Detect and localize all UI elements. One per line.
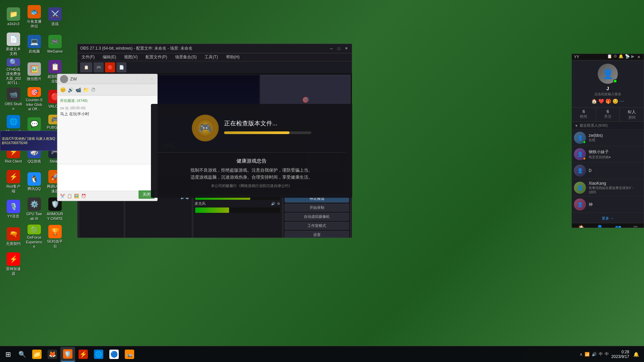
taskbar-app-security[interactable]: 🛡️ xyxy=(60,347,75,362)
zw-img-icon[interactable]: 🖼️ xyxy=(74,194,79,198)
obs-menu-profile[interactable]: 配置文件(P) xyxy=(144,54,168,61)
desktop-icon-5e[interactable]: 🏆 5E对战平台 xyxy=(45,223,65,250)
obs-minimize-btn[interactable]: ─ xyxy=(328,46,334,52)
sys-tray: ∧ 📶 🔊 中 中 xyxy=(580,351,609,357)
taskbar-app-filemanager[interactable]: 📁 xyxy=(30,347,44,362)
contact-info-zw: zw(bbs) 在线 xyxy=(589,133,603,142)
obs-menu-view[interactable]: 视图(V) xyxy=(123,54,139,61)
taskbar-search-btn[interactable]: 🔍 xyxy=(16,348,28,360)
yy-action-dots[interactable]: ⋯ xyxy=(620,99,624,104)
obs-maximize-btn[interactable]: □ xyxy=(336,46,342,52)
desktop-icon-geforce[interactable]: 🟢 GeForce Experience xyxy=(24,223,44,250)
obs-toolbar-icon-3[interactable]: 🔴 xyxy=(105,62,115,72)
desktop-icon-wechat-img[interactable]: 🖼️ 微信图片 xyxy=(24,58,44,85)
yy-nav-user[interactable]: 👤 xyxy=(595,223,604,228)
obs-toolbar-icon-4[interactable]: 📄 xyxy=(116,62,126,72)
yy-contact-gangtiexiaoweizi[interactable]: 👤 钢铁小妹子 电竞竞技的她● xyxy=(572,146,644,163)
taskbar-app-guardian[interactable]: 🦡 xyxy=(122,347,137,362)
zw-icon-more[interactable]: ⏱ xyxy=(91,87,96,93)
yy-action-home[interactable]: 🏠 xyxy=(591,99,597,104)
desktop-icon-wuwu[interactable]: 🔫 无畏契约 xyxy=(3,223,23,250)
obs-start-rec-btn[interactable]: 开始录制 xyxy=(285,204,349,212)
yy-nav-home[interactable]: 🏠 xyxy=(577,223,586,228)
game-logo-icon: 🎮 xyxy=(192,115,219,141)
zw-scissors-icon[interactable]: ✂️ xyxy=(60,194,65,198)
zw-copy-icon[interactable]: 📋 xyxy=(67,194,72,198)
desktop-icon-yy[interactable]: 🎙️ YY语音 xyxy=(3,196,23,223)
yy-action-gift[interactable]: 🎁 xyxy=(605,99,611,104)
taskbar-app-google[interactable]: 🔵 xyxy=(107,347,121,362)
yy-action-heart[interactable]: ❤️ xyxy=(598,99,604,104)
obs-studio-mode-btn[interactable]: 工作室模式 xyxy=(285,222,349,230)
obs-menu-help[interactable]: 帮助(H) xyxy=(225,54,241,61)
contacts-collapse-icon[interactable]: ▼ xyxy=(575,124,578,128)
tray-show-hidden-btn[interactable]: ∧ xyxy=(580,352,583,357)
obs-vcam-btn[interactable]: 自动虚拟摄像机 xyxy=(285,213,349,221)
desktop-icon-qqteng[interactable]: 🐧 腾讯QQ xyxy=(24,168,44,195)
zw-icon-face[interactable]: 😊 xyxy=(60,87,66,93)
audio-mute-btn-2[interactable]: 🔊 xyxy=(271,201,275,206)
zw-message-input[interactable] xyxy=(59,166,155,185)
desktop-icon-thispc[interactable]: 💻 此电脑 xyxy=(24,31,44,58)
desktop-icon-obs[interactable]: 📹 OBS Studio xyxy=(3,86,23,113)
obs-menu-tools[interactable]: 工具(T) xyxy=(203,54,219,61)
obs-toolbar-icon-1[interactable]: 📋 xyxy=(80,62,92,72)
desktop-icon-cs[interactable]: 🎯 Counter-Strike Global Off... xyxy=(24,86,44,113)
zw-title: ZW xyxy=(70,76,134,81)
yy-close-btn[interactable]: ✕ xyxy=(636,54,642,60)
yy-online-indicator xyxy=(613,79,617,83)
start-button[interactable]: ⊞ xyxy=(0,346,16,362)
obs-toolbar-icon-2[interactable]: 🎮 xyxy=(94,62,104,72)
zw-chat-content: 所在频道: (4748) zw 说: (00:05:43) 马上 在玩半小时 xyxy=(57,96,157,164)
tray-lang-icon[interactable]: 中 xyxy=(599,351,603,357)
taskbar-app-edge[interactable]: 🌐 xyxy=(91,347,106,362)
yy-icon-row: 🏠 ❤️ 🎁 😊 ⋯ xyxy=(591,99,624,104)
zw-min-btn[interactable]: ─ xyxy=(134,76,140,82)
taskbar-app-game1[interactable]: ⚡ xyxy=(76,347,91,362)
obs-menu-file[interactable]: 文件(F) xyxy=(80,54,96,61)
desktop-icon-wegame[interactable]: 🎮 WeGame xyxy=(45,31,65,58)
zw-close-btn[interactable]: ✕ xyxy=(149,76,155,82)
yy-contact-xiaokang[interactable]: 👤 XiaoKang 有事找我如在紧急事宜请加V：1805 xyxy=(572,179,644,196)
yy-icon-expand[interactable]: ▶ xyxy=(631,54,634,60)
yy-nav-grid[interactable]: ⊞ xyxy=(632,223,639,228)
zw-icon-video[interactable]: 📹 xyxy=(75,87,81,93)
yy-user-section: 👤 J 点击此处输入签名 🏠 ❤️ 🎁 😊 ⋯ xyxy=(572,60,644,108)
yy-nav-group[interactable]: 👥 xyxy=(613,223,623,228)
desktop-icon-gpu[interactable]: ⚙️ GPU Tweak III xyxy=(24,196,44,223)
desktop-icon-cfhd[interactable]: 🔍 CFHD高清免费放大器_20230711.. xyxy=(3,58,23,85)
yy-icon-4[interactable]: 📡 xyxy=(625,54,630,60)
yy-action-face[interactable]: 😊 xyxy=(612,99,618,104)
zw-clock-icon[interactable]: ⏰ xyxy=(81,194,86,198)
obs-settings-btn[interactable]: 设置 xyxy=(285,231,349,238)
tray-network-icon: 📶 xyxy=(585,352,590,357)
taskbar-security-icon: 🛡️ xyxy=(63,349,72,359)
tray-input-icon[interactable]: 中 xyxy=(605,351,609,357)
zw-icon-mic[interactable]: 🔊 xyxy=(68,87,73,93)
zw-input-area[interactable]: 关闭 xyxy=(57,164,157,191)
desktop-icon-leijue[interactable]: ⚡ 雷神加速器 xyxy=(3,251,23,278)
taskbar-app-browser[interactable]: 🦊 xyxy=(45,347,60,362)
yy-signature[interactable]: 点击此处输入签名 xyxy=(594,92,621,97)
obs-menu-scene[interactable]: 场景集合(S) xyxy=(174,54,198,61)
yy-more-btn[interactable]: 更多 → xyxy=(602,216,614,220)
obs-close-btn[interactable]: ✕ xyxy=(343,46,349,52)
desktop-icon-nidus[interactable]: ⚔️ 逆战 xyxy=(45,3,65,30)
notification-btn[interactable]: 🔔 xyxy=(632,348,640,361)
yy-icon-3[interactable]: 🔔 xyxy=(619,54,624,60)
yy-contact-d[interactable]: 👤 D xyxy=(572,163,644,179)
zw-max-btn[interactable]: □ xyxy=(141,76,147,82)
audio-settings-btn-2[interactable]: ⚙ xyxy=(276,201,281,206)
desktop-icon-newdoc[interactable]: 📄 新建文本文档 xyxy=(3,31,23,58)
yy-icon-1[interactable]: 📋 xyxy=(607,54,612,60)
yy-icon-2[interactable]: ⚙ xyxy=(613,54,617,60)
clock[interactable]: 0:28 2023/9/17 xyxy=(611,350,629,359)
obs-menu-edit[interactable]: 编辑(E) xyxy=(101,54,117,61)
desktop-icon-a1b2c3[interactable]: 📁 a1b2c3 xyxy=(3,3,23,30)
tray-volume-icon[interactable]: 🔊 xyxy=(592,352,597,357)
desktop-icon-douyu[interactable]: 🐟 斗鱼直播伴侣 xyxy=(24,3,44,30)
yy-contact-zw[interactable]: 👤 zw(bbs) 在线 xyxy=(572,130,644,146)
desktop-icon-riot2[interactable]: ⚡ Riot客户端 xyxy=(3,168,23,195)
yy-contact-shen[interactable]: 👤 神 xyxy=(572,196,644,213)
zw-icon-file[interactable]: 📁 xyxy=(83,87,89,93)
